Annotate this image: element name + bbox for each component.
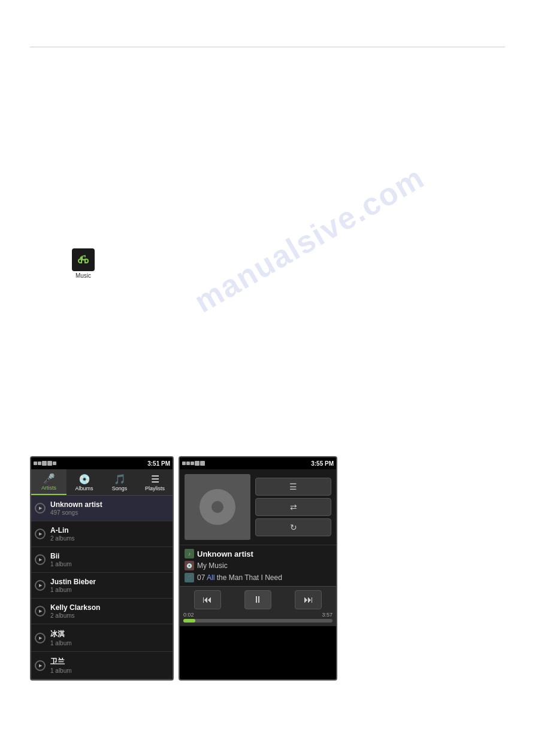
playback-buttons: ⏮ ⏸ ⏭ bbox=[182, 590, 334, 609]
tab-bar: 🎤 Artists 💿 Albums 🎵 Songs ☰ Playlists bbox=[31, 469, 173, 496]
artist-info: 冰淇 1 album bbox=[50, 629, 169, 646]
title-prefix: 07 bbox=[197, 573, 207, 582]
time-row: 0:02 3:57 bbox=[182, 612, 334, 618]
artist-name: 卫兰 bbox=[50, 657, 169, 667]
repeat-icon: ↻ bbox=[290, 523, 297, 532]
list-item[interactable]: A-Lin 2 albums bbox=[31, 521, 173, 547]
music-icon-label: Music bbox=[75, 272, 91, 279]
tab-songs-label: Songs bbox=[112, 485, 128, 491]
playlists-icon: ☰ bbox=[151, 473, 159, 485]
music-icon-box bbox=[72, 248, 95, 271]
arrow-icon bbox=[35, 606, 46, 617]
progress-bar[interactable] bbox=[183, 619, 333, 623]
left-phone: 3:51 PM 🎤 Artists 💿 Albums 🎵 Songs ☰ Pla… bbox=[30, 456, 174, 681]
artist-list: Unknown artist 497 songs A-Lin 2 albums … bbox=[31, 496, 173, 679]
tab-songs[interactable]: 🎵 Songs bbox=[102, 469, 137, 495]
artist-sub: 2 albums bbox=[50, 612, 169, 619]
song-album-name: My Music bbox=[197, 561, 228, 570]
status-icon-4 bbox=[47, 461, 52, 466]
previous-button[interactable]: ⏮ bbox=[194, 590, 221, 609]
song-artist-name: Unknown artist bbox=[197, 549, 253, 558]
song-album-row: 💿 My Music bbox=[185, 561, 331, 570]
artist-sub: 1 album bbox=[50, 587, 169, 593]
side-controls: ☰ ⇄ ↻ bbox=[255, 474, 331, 540]
artist-name: A-Lin bbox=[50, 526, 169, 535]
artist-info: 卫兰 1 album bbox=[50, 657, 169, 674]
playlist-icon: ☰ bbox=[289, 482, 297, 491]
album-art bbox=[185, 474, 250, 540]
artist-name: 冰淇 bbox=[50, 629, 169, 639]
pause-icon: ⏸ bbox=[253, 594, 262, 605]
tab-albums[interactable]: 💿 Albums bbox=[67, 469, 102, 495]
artist-sub: 1 album bbox=[50, 667, 169, 674]
song-title-row: 🎵 07 All the Man That I Need bbox=[185, 573, 331, 582]
tab-playlists-label: Playlists bbox=[145, 485, 165, 491]
song-info-section: ♪ Unknown artist 💿 My Music 🎵 07 All the… bbox=[180, 545, 336, 586]
song-artist-row: ♪ Unknown artist bbox=[185, 549, 331, 558]
title-suffix: the Man That I Need bbox=[214, 573, 282, 582]
tab-artists[interactable]: 🎤 Artists bbox=[31, 469, 67, 495]
arrow-icon bbox=[35, 554, 46, 565]
next-button[interactable]: ⏭ bbox=[295, 590, 322, 609]
artist-name: Bii bbox=[50, 552, 169, 560]
shuffle-icon: ⇄ bbox=[290, 502, 297, 512]
playback-bar: ⏮ ⏸ ⏭ 0:02 3:57 bbox=[180, 586, 336, 626]
artist-sub: 1 album bbox=[50, 640, 169, 646]
artist-info: Kelly Clarkson 2 albums bbox=[50, 603, 169, 619]
right-phone: 3:55 PM ☰ ⇄ ↻ bbox=[179, 456, 337, 681]
artist-info: A-Lin 2 albums bbox=[50, 526, 169, 542]
svg-point-1 bbox=[80, 257, 83, 260]
phones-container: 3:51 PM 🎤 Artists 💿 Albums 🎵 Songs ☰ Pla… bbox=[30, 456, 337, 681]
list-item[interactable]: 冰淇 1 album bbox=[31, 624, 173, 652]
artist-info: Unknown artist 497 songs bbox=[50, 500, 169, 516]
songs-icon: 🎵 bbox=[114, 473, 126, 485]
total-time: 3:57 bbox=[322, 612, 333, 618]
now-playing-section: ☰ ⇄ ↻ bbox=[180, 469, 336, 545]
right-status-bar: 3:55 PM bbox=[180, 457, 336, 469]
progress-fill bbox=[183, 619, 195, 623]
status-icon-r2 bbox=[186, 462, 190, 465]
list-item[interactable]: Unknown artist 497 songs bbox=[31, 496, 173, 521]
status-icon-r4 bbox=[195, 461, 200, 466]
artist-icon: ♪ bbox=[185, 549, 194, 558]
arrow-icon bbox=[35, 633, 46, 643]
repeat-button[interactable]: ↻ bbox=[255, 518, 331, 536]
music-app-icon[interactable]: Music bbox=[72, 248, 95, 279]
previous-icon: ⏮ bbox=[202, 594, 212, 605]
tab-playlists[interactable]: ☰ Playlists bbox=[137, 469, 173, 495]
pause-button[interactable]: ⏸ bbox=[244, 590, 271, 609]
arrow-icon bbox=[35, 580, 46, 591]
status-icon-1 bbox=[34, 462, 37, 465]
right-status-icons bbox=[182, 461, 205, 466]
arrow-icon bbox=[35, 660, 46, 671]
shuffle-button[interactable]: ⇄ bbox=[255, 498, 331, 516]
status-icon-r3 bbox=[191, 462, 194, 465]
album-art-inner bbox=[200, 489, 235, 525]
status-icon-3 bbox=[42, 461, 47, 466]
playlist-button[interactable]: ☰ bbox=[255, 478, 331, 496]
arrow-icon bbox=[35, 503, 46, 514]
tab-albums-label: Albums bbox=[75, 485, 93, 491]
list-item[interactable]: Justin Bieber 1 album bbox=[31, 573, 173, 599]
artist-name: Unknown artist bbox=[50, 500, 169, 509]
watermark: manualsive.com bbox=[188, 159, 431, 320]
list-item[interactable]: Kelly Clarkson 2 albums bbox=[31, 599, 173, 624]
album-art-center bbox=[211, 501, 223, 513]
status-icon-5 bbox=[53, 462, 56, 465]
left-status-bar: 3:51 PM bbox=[31, 457, 173, 469]
tab-artists-label: Artists bbox=[41, 485, 56, 491]
right-status-time: 3:55 PM bbox=[311, 460, 334, 467]
song-title-text: 07 All the Man That I Need bbox=[197, 573, 282, 582]
list-item[interactable]: Bii 1 album bbox=[31, 547, 173, 573]
song-icon: 🎵 bbox=[185, 573, 194, 582]
status-icon-r5 bbox=[200, 461, 205, 466]
arrow-icon bbox=[35, 529, 46, 539]
left-status-icons bbox=[34, 461, 56, 466]
list-item[interactable]: 卫兰 1 album bbox=[31, 652, 173, 679]
left-status-time: 3:51 PM bbox=[147, 460, 170, 467]
artist-info: Justin Bieber 1 album bbox=[50, 578, 169, 593]
title-highlight: All bbox=[207, 573, 214, 582]
status-icon-r1 bbox=[182, 462, 186, 465]
current-time: 0:02 bbox=[183, 612, 194, 618]
artist-info: Bii 1 album bbox=[50, 552, 169, 567]
